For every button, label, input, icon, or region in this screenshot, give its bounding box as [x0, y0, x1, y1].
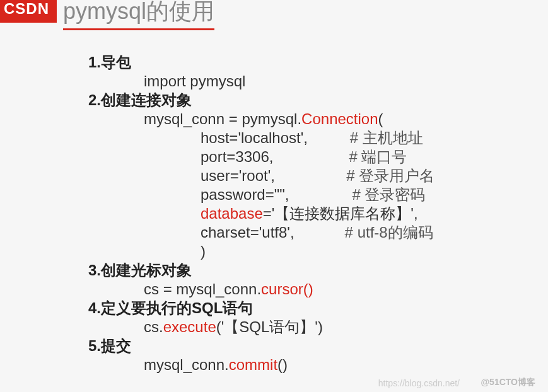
code-line: cs = mysql_conn.cursor() — [88, 280, 434, 299]
param-line: port=3306, # 端口号 — [88, 147, 434, 166]
code-text: cs. — [144, 318, 163, 335]
code-text: user='root', — [201, 167, 275, 184]
step-heading: 4.定义要执行的SQL语句 — [88, 299, 434, 318]
code-text: port=3306, — [201, 148, 273, 165]
code-comment: # 登录密码 — [352, 186, 425, 203]
code-keyword: Connection — [301, 110, 378, 127]
param-line: charset='utf8', # utf-8的编码 — [88, 223, 434, 242]
code-text: ( — [378, 110, 383, 127]
step-heading: 2.创建连接对象 — [88, 91, 434, 110]
code-line: import pymysql — [88, 72, 434, 91]
param-line: database='【连接数据库名称】', — [88, 204, 434, 223]
watermark-url: https://blog.csdn.net/ — [378, 378, 460, 388]
code-comment: # 主机地址 — [350, 129, 423, 146]
code-text: mysql_conn = pymysql. — [144, 110, 301, 127]
code-text: () — [277, 356, 288, 373]
code-keyword: execute — [163, 318, 216, 335]
code-comment: # 登录用户名 — [346, 167, 434, 184]
code-keyword: cursor() — [261, 280, 313, 297]
content-block: 1.导包 import pymysql 2.创建连接对象 mysql_conn … — [88, 53, 434, 374]
code-text: host='localhost', — [201, 129, 308, 146]
code-line: cs.execute('【SQL语句】') — [88, 318, 434, 337]
step-heading: 3.创建光标对象 — [88, 261, 434, 280]
logo-text: CSDN — [0, 0, 49, 17]
step-heading: 5.提交 — [88, 337, 434, 355]
code-text: password="", — [201, 186, 289, 203]
code-text: charset='utf8', — [201, 224, 294, 241]
param-list: host='localhost', # 主机地址port=3306, # 端口号… — [88, 129, 434, 261]
code-text: cs = mysql_conn. — [144, 280, 261, 297]
page-title: pymysql的使用 — [63, 0, 214, 30]
code-text: ) — [201, 243, 206, 260]
param-line: ) — [88, 242, 434, 261]
code-text: ='【连接数据库名称】', — [263, 205, 418, 222]
step-heading: 1.导包 — [88, 53, 434, 72]
code-keyword: commit — [229, 356, 277, 373]
code-line: mysql_conn.commit() — [88, 355, 434, 374]
code-line: mysql_conn = pymysql.Connection( — [88, 110, 434, 129]
code-comment: # 端口号 — [349, 148, 407, 165]
code-text: mysql_conn. — [144, 356, 229, 373]
param-line: password="", # 登录密码 — [88, 185, 434, 204]
param-line: host='localhost', # 主机地址 — [88, 129, 434, 147]
watermark-brand: @51CTO博客 — [481, 377, 535, 388]
logo-badge: CSDN — [0, 0, 57, 23]
code-keyword: database — [201, 205, 263, 222]
param-line: user='root', # 登录用户名 — [88, 166, 434, 185]
code-text: ('【SQL语句】') — [216, 318, 323, 335]
code-comment: # utf-8的编码 — [345, 224, 433, 241]
